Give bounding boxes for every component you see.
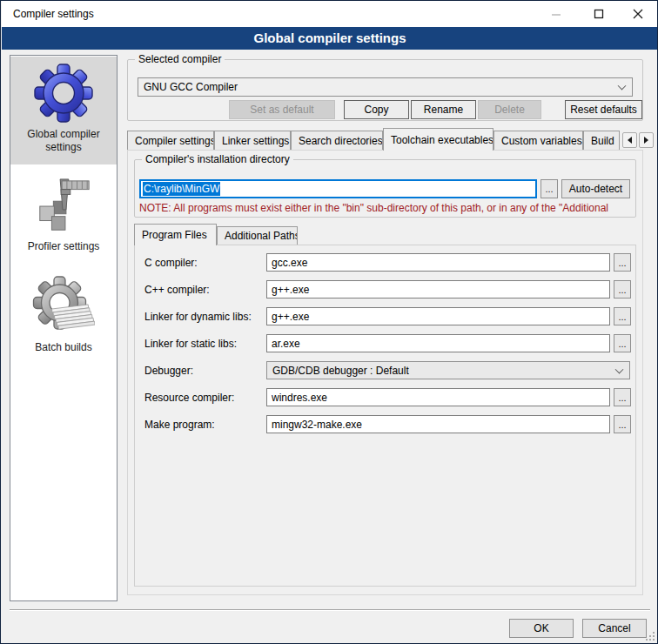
- title-bar: Compiler settings: [2, 1, 658, 27]
- static-linker-input[interactable]: [266, 334, 610, 352]
- field-label: Make program:: [144, 415, 215, 434]
- sidebar-item-label: Batch builds: [35, 341, 91, 354]
- make-program-browse-button[interactable]: ...: [614, 415, 631, 433]
- install-dir-note: NOTE: All programs must exist either in …: [139, 202, 632, 214]
- dynamic-linker-browse-button[interactable]: ...: [614, 307, 631, 325]
- reset-defaults-button[interactable]: Reset defaults: [565, 100, 642, 119]
- minimize-button[interactable]: [539, 1, 574, 27]
- maximize-icon: [594, 9, 604, 19]
- field-label: Linker for dynamic libs:: [144, 307, 252, 326]
- debugger-value: GDB/CDB debugger : Default: [272, 365, 409, 377]
- cancel-button[interactable]: Cancel: [582, 619, 647, 638]
- tab-scroll-left-button[interactable]: [622, 132, 637, 148]
- resource-compiler-browse-button[interactable]: ...: [614, 388, 631, 406]
- field-label: Resource compiler:: [144, 388, 234, 407]
- install-dir-input[interactable]: C:\raylib\MinGW: [139, 179, 537, 198]
- c-compiler-browse-button[interactable]: ...: [614, 253, 631, 272]
- sidebar-item-label: Profiler settings: [28, 240, 100, 253]
- install-dir-group-label: Compiler's installation directory: [142, 153, 293, 166]
- install-dir-browse-button[interactable]: ...: [540, 179, 558, 198]
- field-label: Debugger:: [144, 361, 193, 380]
- selected-compiler-dropdown[interactable]: GNU GCC Compiler: [138, 77, 633, 97]
- footer-divider: [10, 609, 650, 611]
- arrow-left-icon: [628, 137, 632, 144]
- field-label: C++ compiler:: [144, 280, 210, 299]
- cpp-compiler-input[interactable]: [266, 280, 610, 299]
- subtab-program-files[interactable]: Program Files: [134, 224, 217, 245]
- blue-gear-icon: [32, 62, 95, 124]
- install-dir-selected-text: C:\raylib\MinGW: [143, 182, 220, 196]
- tab-custom-variables[interactable]: Custom variables: [494, 131, 583, 150]
- subtab-additional-paths[interactable]: Additional Paths: [217, 226, 298, 245]
- make-program-input[interactable]: [266, 415, 610, 433]
- close-icon: [633, 9, 643, 19]
- page-title: Global compiler settings: [2, 27, 658, 50]
- chevron-down-icon: [618, 82, 627, 91]
- caliper-icon: [33, 178, 94, 237]
- delete-button[interactable]: Delete: [478, 100, 541, 119]
- c-compiler-input[interactable]: [266, 253, 610, 272]
- arrow-right-icon: [644, 137, 648, 144]
- tab-scroll-right-button[interactable]: [639, 132, 654, 148]
- sidebar-item-label: Global compiler settings: [20, 128, 107, 154]
- sidebar-item-profiler-settings[interactable]: Profiler settings: [10, 174, 117, 259]
- debugger-select[interactable]: GDB/CDB debugger : Default: [266, 361, 630, 379]
- chevron-down-icon: [615, 365, 624, 373]
- set-as-default-button[interactable]: Set as default: [229, 100, 335, 119]
- tab-linker-settings[interactable]: Linker settings: [214, 131, 291, 150]
- field-label: C compiler:: [144, 253, 198, 272]
- sidebar-item-global-compiler-settings[interactable]: Global compiler settings: [10, 57, 117, 164]
- ok-button[interactable]: OK: [509, 619, 574, 638]
- window-title: Compiler settings: [13, 1, 94, 27]
- resize-grip[interactable]: [646, 632, 655, 641]
- static-linker-browse-button[interactable]: ...: [614, 334, 631, 352]
- tab-compiler-settings[interactable]: Compiler settings: [127, 131, 214, 150]
- dynamic-linker-input[interactable]: [266, 307, 610, 325]
- compiler-settings-window: Compiler settings Global compiler settin…: [0, 0, 658, 644]
- maximize-button[interactable]: [581, 1, 616, 27]
- tab-toolchain-executables[interactable]: Toolchain executables: [383, 128, 494, 151]
- sidebar-item-batch-builds[interactable]: Batch builds: [10, 270, 117, 367]
- resource-compiler-input[interactable]: [266, 388, 610, 406]
- auto-detect-button[interactable]: Auto-detect: [561, 179, 630, 198]
- selected-compiler-group-label: Selected compiler: [135, 53, 225, 66]
- rename-button[interactable]: Rename: [411, 100, 476, 119]
- tab-search-directories[interactable]: Search directories: [291, 131, 383, 150]
- selected-compiler-value: GNU GCC Compiler: [144, 81, 238, 93]
- copy-button[interactable]: Copy: [344, 100, 409, 119]
- close-button[interactable]: [621, 1, 655, 27]
- field-label: Linker for static libs:: [144, 334, 237, 353]
- tab-build-options[interactable]: Build: [583, 131, 620, 150]
- minimize-icon: [551, 9, 561, 19]
- cpp-compiler-browse-button[interactable]: ...: [614, 280, 631, 299]
- gray-gear-stack-icon: [32, 275, 95, 338]
- settings-category-list: Global compiler settings Profiler settin…: [10, 55, 118, 601]
